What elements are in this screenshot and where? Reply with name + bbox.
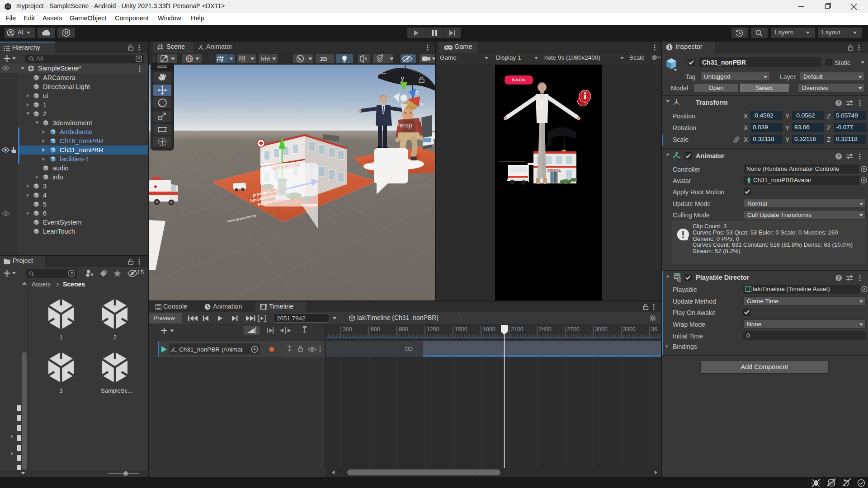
svg-text:36: 36 xyxy=(651,326,657,333)
svg-text:1200: 1200 xyxy=(427,326,439,333)
svg-text:300: 300 xyxy=(343,326,352,333)
svg-text:Y: Y xyxy=(221,59,223,63)
svg-text:Persp: Persp xyxy=(395,122,412,129)
svg-text:z: z xyxy=(416,89,419,96)
svg-text:1500: 1500 xyxy=(455,326,467,333)
svg-text:1800: 1800 xyxy=(483,326,495,333)
svg-text:?: ? xyxy=(837,101,840,106)
svg-text:2100: 2100 xyxy=(511,326,524,333)
svg-text:?: ? xyxy=(837,276,840,281)
svg-text:900: 900 xyxy=(399,326,408,333)
svg-text:x: x xyxy=(421,101,424,108)
svg-text:y: y xyxy=(401,75,404,82)
svg-text:600: 600 xyxy=(371,326,380,333)
svg-text:?: ? xyxy=(837,154,840,159)
svg-text:D: D xyxy=(65,30,68,35)
svg-text:2700: 2700 xyxy=(567,326,580,333)
svg-text:3300: 3300 xyxy=(623,326,636,333)
svg-text:2400: 2400 xyxy=(539,326,552,333)
svg-text:3000: 3000 xyxy=(595,326,608,333)
svg-text:BACK: BACK xyxy=(512,77,526,82)
svg-text:2D: 2D xyxy=(320,56,327,62)
svg-text:Ch31_nonPBR (Animat: Ch31_nonPBR (Animat xyxy=(179,346,243,353)
